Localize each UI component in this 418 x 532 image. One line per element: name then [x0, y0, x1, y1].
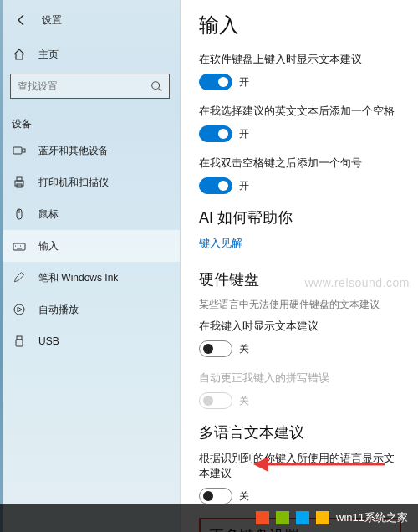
toggle-multilang[interactable] — [199, 488, 232, 504]
toggle-value: 开 — [239, 127, 249, 141]
logo-square-red — [256, 511, 269, 524]
toggle-add-space[interactable] — [199, 125, 232, 142]
link-typing-insights[interactable]: 键入见解 — [199, 236, 401, 251]
svg-rect-16 — [16, 340, 23, 346]
option-label: 在软件键盘上键入时显示文本建议 — [199, 52, 401, 67]
bluetooth-icon — [12, 143, 27, 158]
sidebar-item-bluetooth[interactable]: 蓝牙和其他设备 — [0, 135, 180, 166]
svg-point-0 — [152, 82, 160, 90]
sidebar-item-mouse[interactable]: 鼠标 — [0, 198, 180, 230]
usb-icon — [12, 334, 27, 349]
sidebar-group-label: 设备 — [0, 110, 180, 135]
sidebar-item-label: 鼠标 — [38, 207, 59, 222]
sidebar-item-label: 打印机和扫描仪 — [38, 176, 109, 190]
logo-square-green — [276, 511, 289, 524]
sidebar-item-label: 笔和 Windows Ink — [38, 271, 118, 285]
svg-point-14 — [14, 304, 24, 315]
svg-rect-15 — [17, 336, 22, 340]
autoplay-icon — [12, 302, 27, 317]
option-label: 在我双击空格键之后添加一个句号 — [199, 156, 401, 171]
toggle-show-suggestions[interactable] — [199, 74, 232, 90]
toggle-value: 关 — [239, 394, 249, 408]
sidebar-item-label: USB — [38, 335, 59, 347]
content-pane: 输入 在软件键盘上键入时显示文本建议 开 在我选择建议的英文文本后添加一个空格 … — [181, 0, 418, 532]
option-label: 根据识别到的你键入所使用的语言显示文本建议 — [199, 451, 401, 481]
arrow-left-icon — [15, 13, 28, 27]
section-hardware-subtitle: 某些语言中无法使用硬件键盘的文本建议 — [199, 298, 401, 312]
section-multilang-heading: 多语言文本建议 — [199, 422, 401, 442]
logo-square-blue — [296, 511, 309, 524]
sidebar-home-label: 主页 — [38, 48, 59, 62]
sidebar-home[interactable]: 主页 — [0, 38, 180, 70]
sidebar-item-pen[interactable]: 笔和 Windows Ink — [0, 262, 180, 294]
sidebar-item-label: 输入 — [38, 239, 59, 253]
toggle-value: 关 — [239, 342, 249, 356]
section-hardware-heading: 硬件键盘 — [199, 269, 401, 289]
window-title: 设置 — [42, 13, 62, 28]
svg-rect-8 — [13, 243, 25, 250]
svg-rect-1 — [13, 147, 22, 154]
logo-square-yellow — [316, 511, 329, 524]
sidebar-item-printers[interactable]: 打印机和扫描仪 — [0, 166, 180, 198]
page-title: 输入 — [199, 12, 401, 38]
toggle-value: 关 — [239, 489, 249, 504]
option-label-disabled: 自动更正我键入的拼写错误 — [199, 371, 401, 386]
footer-text: win11系统之家 — [336, 510, 408, 525]
mouse-icon — [12, 207, 27, 222]
sidebar-item-usb[interactable]: USB — [0, 325, 180, 357]
printer-icon — [12, 175, 27, 190]
toggle-value: 开 — [239, 75, 249, 90]
sidebar-item-label: 蓝牙和其他设备 — [38, 144, 109, 158]
pen-icon — [12, 270, 27, 285]
svg-rect-2 — [23, 149, 25, 152]
search-input[interactable] — [18, 80, 150, 92]
toggle-add-period[interactable] — [199, 177, 232, 194]
sidebar-item-label: 自动播放 — [38, 303, 79, 317]
search-icon — [150, 80, 162, 92]
svg-rect-4 — [17, 177, 22, 181]
option-label: 在我选择建议的英文文本后添加一个空格 — [199, 104, 401, 119]
toggle-hw-autocorrect — [199, 392, 232, 409]
keyboard-icon — [12, 238, 27, 253]
footer-bar: win11系统之家 — [0, 504, 418, 532]
option-label: 在我键入时显示文本建议 — [199, 319, 401, 334]
home-icon — [12, 47, 27, 62]
search-box[interactable] — [10, 74, 170, 99]
toggle-hw-suggestions[interactable] — [199, 340, 232, 357]
sidebar-item-typing[interactable]: 输入 — [0, 230, 180, 262]
toggle-value: 开 — [239, 179, 249, 193]
section-ai-heading: AI 如何帮助你 — [199, 207, 401, 228]
back-button[interactable] — [12, 10, 32, 30]
sidebar-item-autoplay[interactable]: 自动播放 — [0, 294, 180, 325]
